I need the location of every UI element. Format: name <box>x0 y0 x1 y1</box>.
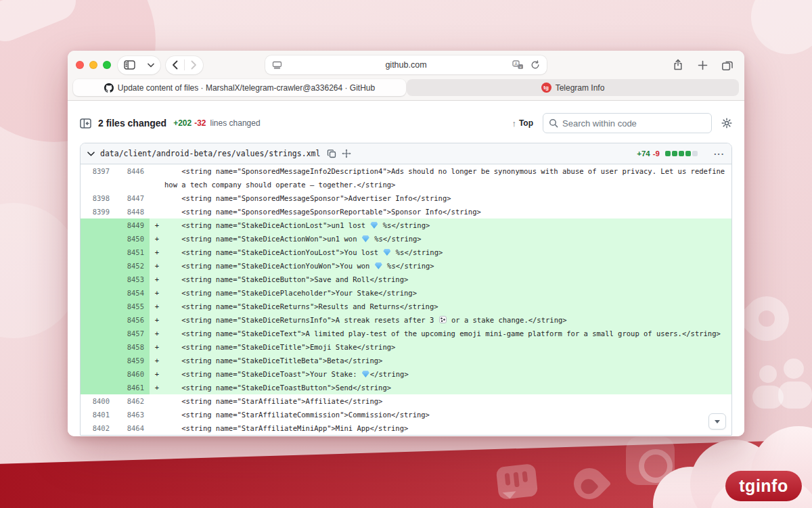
chevron-down-icon <box>148 63 154 68</box>
lines-changed-label: lines changed <box>210 118 261 128</box>
diff-marker: + <box>150 259 164 273</box>
diff-summary-bar: 2 files changed +202 -32 lines changed ↑… <box>68 101 744 143</box>
back-icon <box>172 60 178 70</box>
diff-line-number-old: 8400 <box>81 394 115 408</box>
file-tree-toggle-button[interactable] <box>80 118 91 129</box>
diff-line-number-new: 8459 <box>115 354 150 367</box>
diff-marker: + <box>150 218 164 232</box>
file-options-button[interactable]: ··· <box>714 149 725 159</box>
page-settings-button[interactable] <box>272 61 282 70</box>
collapse-file-button[interactable] <box>87 152 95 156</box>
diff-line-number-old <box>81 300 115 313</box>
file-header: data/client/android-beta/res/values/stri… <box>81 143 731 164</box>
address-bar[interactable]: github.com Ax <box>265 55 547 74</box>
share-button[interactable] <box>672 59 684 71</box>
diff-line-number-old <box>81 286 115 300</box>
diff-line-number-old <box>81 340 115 354</box>
diff-line-number-new: 8447 <box>115 191 150 205</box>
drag-file-button[interactable] <box>342 149 351 158</box>
zoom-window-button[interactable] <box>103 61 111 69</box>
arrow-up-icon: ↑ <box>512 118 516 129</box>
browser-chrome: github.com Ax <box>68 51 744 101</box>
diff-line-number-new: 8453 <box>115 273 150 286</box>
sidebar-toggle-button[interactable] <box>118 56 141 74</box>
diff-line-number-old: 8399 <box>81 205 115 218</box>
file-tree-icon <box>80 118 91 129</box>
close-window-button[interactable] <box>76 61 84 69</box>
diffstat-block-added <box>685 151 691 156</box>
file-diff-panel: data/client/android-beta/res/values/stri… <box>80 143 732 436</box>
svg-text:x: x <box>520 65 522 69</box>
minimize-window-button[interactable] <box>89 61 97 69</box>
diff-marker <box>150 408 164 421</box>
github-favicon <box>104 83 114 93</box>
diff-line-number-old <box>81 273 115 286</box>
diff-code: <string name="StakeDiceText">A limited p… <box>164 327 731 340</box>
diff-line-number-new: 8457 <box>115 327 150 340</box>
diff-row: 84018463 <string name="StarAffiliateComm… <box>81 408 731 421</box>
diff-marker: + <box>150 381 164 394</box>
tab-title: Telegram Info <box>556 83 605 93</box>
reload-button[interactable] <box>531 60 540 70</box>
browser-window: github.com Ax <box>68 51 744 436</box>
diff-code: <string name="StarAffiliateCommission">C… <box>164 408 731 421</box>
diff-row: 8460+ <string name="StakeDiceToast">Your… <box>81 367 731 381</box>
browser-toolbar: github.com Ax <box>68 51 744 79</box>
github-page: 2 files changed +202 -32 lines changed ↑… <box>68 101 744 436</box>
sidebar-menu-button[interactable] <box>141 56 160 74</box>
copy-path-button[interactable] <box>327 149 336 158</box>
scroll-to-top-button[interactable]: ↑ Top <box>512 118 533 129</box>
search-icon <box>549 118 558 128</box>
jump-down-button[interactable] <box>708 413 726 430</box>
diffstat-block-empty <box>692 151 698 156</box>
diff-marker: + <box>150 340 164 354</box>
diff-line-number-old <box>81 381 115 394</box>
gem-emoji <box>362 235 369 242</box>
diff-row: 8456+ <string name="StakeDiceReturnsInfo… <box>81 313 731 327</box>
diff-row: 8455+ <string name="StakeDiceReturns">Re… <box>81 300 731 313</box>
diff-code: <string name="StakeDiceToast">Your Stake… <box>164 367 731 381</box>
diff-code: <string name="StakeDiceToastButton">Send… <box>164 381 731 394</box>
diff-line-number-new: 8462 <box>115 394 150 408</box>
sidebar-icon <box>124 60 135 70</box>
diff-line-number-old <box>81 218 115 232</box>
forward-button[interactable] <box>185 56 203 74</box>
tab-telegram-info[interactable]: tg Telegram Info <box>407 79 739 96</box>
translate-button[interactable]: Ax <box>512 60 524 70</box>
diff-code: <string name="StakeDiceTitleBeta">Beta</… <box>164 354 731 367</box>
new-tab-button[interactable] <box>698 60 708 70</box>
diff-marker: + <box>150 367 164 381</box>
gem-emoji <box>370 222 378 229</box>
diff-code: <string name="StakeDiceActionYouLost">Yo… <box>164 246 731 259</box>
diff-marker: + <box>150 354 164 367</box>
search-input[interactable] <box>562 118 706 129</box>
diff-line-number-new: 8460 <box>115 367 150 381</box>
diff-line-number-new: 8456 <box>115 313 150 327</box>
traffic-lights <box>76 61 111 69</box>
tginfo-watermark: tginfo <box>725 471 802 501</box>
diff-line-number-old: 8401 <box>81 408 115 421</box>
diff-line-number-new: 8449 <box>115 218 150 232</box>
file-deletions: -9 <box>653 149 660 158</box>
twitch-icon <box>496 463 539 500</box>
tab-github[interactable]: Update content of files · MarshalX/teleg… <box>73 79 406 96</box>
sidebar-button-group <box>118 56 160 74</box>
diff-row: 8452+ <string name="StakeDiceActionYouWo… <box>81 259 731 273</box>
gear-icon <box>721 118 732 129</box>
back-button[interactable] <box>166 56 184 74</box>
diff-line-number-new: 8450 <box>115 232 150 246</box>
total-deletions: -32 <box>194 118 206 128</box>
diff-code: <string name="StarAffiliateMiniApp">Mini… <box>164 421 731 435</box>
diff-row: 83978446 <string name="SponsoredMessageI… <box>81 164 731 191</box>
diff-row: 8453+ <string name="StakeDiceButton">Sav… <box>81 273 731 286</box>
people-shape-body <box>778 382 812 409</box>
file-path: data/client/android-beta/res/values/stri… <box>100 149 320 158</box>
diff-line-number-old: 8402 <box>81 421 115 435</box>
die-emoji <box>439 316 447 323</box>
diff-line-number-new: 8458 <box>115 340 150 354</box>
diff-settings-button[interactable] <box>721 118 732 129</box>
diff-line-number-old: 8397 <box>81 164 115 191</box>
people-shape-head <box>759 365 777 383</box>
diff-row: 83988447 <string name="SponsoredMessageS… <box>81 191 731 205</box>
tab-overview-button[interactable] <box>721 60 734 71</box>
